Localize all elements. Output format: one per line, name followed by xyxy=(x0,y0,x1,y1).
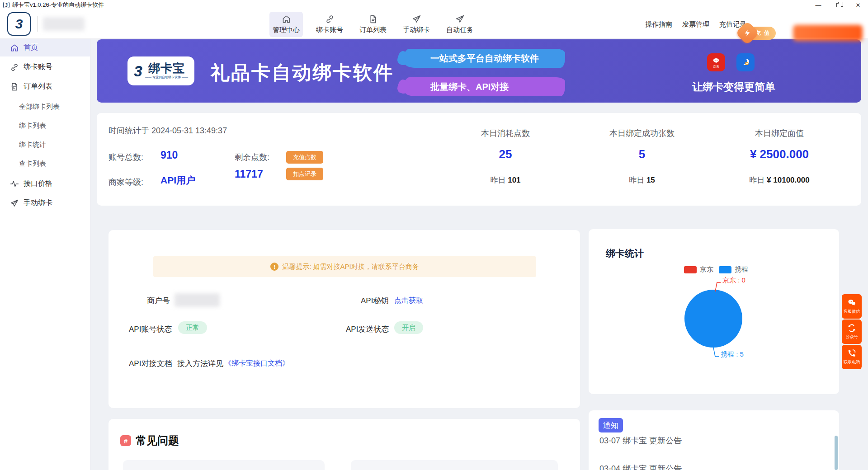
stat-col-label: 本日消耗点数 xyxy=(438,128,573,139)
notice-scrollbar[interactable] xyxy=(835,436,838,470)
link-operation-guide[interactable]: 操作指南 xyxy=(645,20,672,29)
send-icon xyxy=(10,199,19,208)
window-title: 绑卡宝v1.0.26-专业的自动绑卡软件 xyxy=(12,1,104,9)
recharge-button[interactable]: 充 值 xyxy=(746,27,776,40)
sidebar-sublabel: 全部绑卡列表 xyxy=(19,103,60,111)
chart-title: 绑卡统计 xyxy=(606,247,644,260)
sidebar-subitem-all-bind-list[interactable]: 全部绑卡列表 xyxy=(0,97,90,116)
legend-item-ctrip[interactable]: 携程 xyxy=(719,265,748,274)
nav-label: 绑卡账号 xyxy=(316,26,343,34)
nav-label: 管理中心 xyxy=(273,26,300,34)
brand-glyph: 3 xyxy=(134,63,142,79)
deduction-records-button[interactable]: 扣点记录 xyxy=(286,168,323,180)
merchant-name-redacted xyxy=(43,17,85,31)
customer-service-wechat-button[interactable]: 客服微信 xyxy=(842,294,862,319)
sidebar-subitem-bind-list[interactable]: 绑卡列表 xyxy=(0,116,90,135)
recharge-points-button[interactable]: 充值点数 xyxy=(286,151,323,164)
faq-item-card[interactable] xyxy=(123,460,325,470)
warning-icon: ! xyxy=(270,263,278,271)
brand-area: 3 xyxy=(7,12,85,36)
api-send-status-label: API发送状态 xyxy=(346,324,389,334)
stats-timestamp: 时间统计于 2024-05-31 13:49:37 xyxy=(108,125,227,136)
user-account-button-redacted[interactable] xyxy=(793,25,863,41)
main-nav: 管理中心 绑卡账号 订单列表 手动绑卡 自动任务 xyxy=(269,12,476,37)
send-icon xyxy=(455,14,465,24)
api-account-status-label: API账号状态 xyxy=(129,324,172,334)
sidebar-sublabel: 绑卡列表 xyxy=(19,122,46,130)
minimize-button[interactable]: — xyxy=(808,0,828,10)
home-icon xyxy=(10,43,19,52)
restore-button[interactable] xyxy=(828,0,848,10)
sidebar: 首页 绑卡账号 订单列表 全部绑卡列表 绑卡列表 绑卡统计 查卡列表 接口价格 … xyxy=(0,39,90,470)
activity-icon xyxy=(10,179,19,188)
banner-title: 礼品卡自动绑卡软件 xyxy=(211,60,394,85)
stat-col-value: 5 xyxy=(574,147,710,161)
stat-col-label: 本日绑定面值 xyxy=(712,128,847,139)
banner-ribbon-top: 一站式多平台自动绑卡软件 xyxy=(404,49,565,68)
jd-app-icon: 京东 xyxy=(707,53,725,71)
chevron-down-icon xyxy=(10,84,16,90)
window-titlebar: 3 绑卡宝v1.0.26-专业的自动绑卡软件 — ✕ xyxy=(0,0,868,10)
banner-logo: 3 绑卡宝 —— 专业的自动绑卡软件 —— xyxy=(127,56,194,85)
stat-col-face-value-today: 本日绑定面值 ¥ 2500.000 昨日 ¥ 10100.000 xyxy=(712,113,847,206)
float-label: 公众号 xyxy=(845,334,858,340)
bind-statistics-panel: 绑卡统计 京东 携程 京东 : 0 携程 : 5 xyxy=(589,229,839,394)
sidebar-subitem-bind-stats[interactable]: 绑卡统计 xyxy=(0,135,90,154)
sidebar-sublabel: 绑卡统计 xyxy=(19,141,46,149)
faq-panel: # 常见问题 xyxy=(108,419,580,470)
top-navbar: 3 管理中心 绑卡账号 订单列表 手动绑卡 自动任务 xyxy=(0,10,868,39)
send-icon xyxy=(412,14,421,24)
faq-item-card[interactable] xyxy=(351,460,558,470)
nav-item-dashboard[interactable]: 管理中心 xyxy=(269,12,303,37)
stat-col-value: 25 xyxy=(438,147,573,161)
nav-item-card-accounts[interactable]: 绑卡账号 xyxy=(313,12,346,37)
restore-icon xyxy=(836,3,840,7)
points-remaining-value: 11717 xyxy=(235,168,263,180)
api-doc-link[interactable]: 《绑卡宝接口文档》 xyxy=(224,359,289,368)
ribbon-text: 一站式多平台自动绑卡软件 xyxy=(430,52,539,65)
banner-logo-tagline: —— 专业的自动绑卡软件 —— xyxy=(145,75,188,80)
link-invoice-management[interactable]: 发票管理 xyxy=(682,20,709,29)
link-icon xyxy=(325,14,335,24)
nav-item-order-list[interactable]: 订单列表 xyxy=(356,12,390,37)
close-button[interactable]: ✕ xyxy=(848,0,868,10)
api-info-panel: ! 温馨提示: 如需对接API对接，请联系平台商务 商户号 API秘钥 点击获取… xyxy=(108,230,580,408)
chart-legend: 京东 携程 xyxy=(684,265,748,274)
sidebar-item-order-list[interactable]: 订单列表 xyxy=(0,78,90,95)
sidebar-subitem-card-query-list[interactable]: 查卡列表 xyxy=(0,154,90,173)
sidebar-label: 接口价格 xyxy=(24,179,52,188)
stats-card: 时间统计于 2024-05-31 13:49:37 账号总数: 910 商家等级… xyxy=(97,113,861,206)
sidebar-item-api-price[interactable]: 接口价格 xyxy=(0,175,90,193)
official-account-button[interactable]: 公众号 xyxy=(842,320,862,344)
nav-item-manual-bind[interactable]: 手动绑卡 xyxy=(400,12,433,37)
warning-text: 温馨提示: 如需对接API对接，请联系平台商务 xyxy=(282,263,419,271)
faq-title: 常见问题 xyxy=(136,433,179,448)
floating-contact-bar: 客服微信 公众号 联系电话 xyxy=(842,294,862,370)
recharge-label: 充 值 xyxy=(755,29,770,37)
official-account-icon xyxy=(847,324,856,333)
legend-item-jd[interactable]: 京东 xyxy=(684,265,713,274)
warning-banner: ! 温馨提示: 如需对接API对接，请联系平台商务 xyxy=(153,256,536,277)
legend-label: 携程 xyxy=(735,265,748,274)
stat-col-yesterday: 昨日 ¥ 10100.000 xyxy=(712,175,847,185)
stat-col-value: ¥ 2500.000 xyxy=(712,147,847,161)
contact-phone-button[interactable]: 联系电话 xyxy=(842,345,862,369)
nav-item-auto-task[interactable]: 自动任务 xyxy=(443,12,476,37)
nav-label: 自动任务 xyxy=(446,26,473,34)
sidebar-item-manual-bind[interactable]: 手动绑卡 xyxy=(0,194,90,212)
topnav-links: 操作指南 发票管理 充值记录 xyxy=(645,10,746,39)
app-window: 3 绑卡宝v1.0.26-专业的自动绑卡软件 — ✕ 3 管理中心 绑卡账号 xyxy=(0,0,868,470)
app-icon: 3 xyxy=(3,2,9,8)
api-key-get-link[interactable]: 点击获取 xyxy=(394,296,423,306)
account-total-label: 账号总数: xyxy=(108,152,143,163)
notice-item[interactable]: 03-04 绑卡宝 更新公告 xyxy=(599,463,682,470)
sidebar-label: 绑卡账号 xyxy=(24,62,52,72)
api-account-status-badge: 正常 xyxy=(178,321,207,334)
sidebar-item-home[interactable]: 首页 xyxy=(0,39,90,56)
sidebar-item-card-accounts[interactable]: 绑卡账号 xyxy=(0,58,90,76)
sidebar-label: 手动绑卡 xyxy=(24,198,52,208)
notice-item[interactable]: 03-07 绑卡宝 更新公告 xyxy=(599,435,682,446)
notice-badge: 通知 xyxy=(599,418,623,432)
merchant-level-value: API用户 xyxy=(160,174,195,187)
hash-icon: # xyxy=(120,435,131,446)
